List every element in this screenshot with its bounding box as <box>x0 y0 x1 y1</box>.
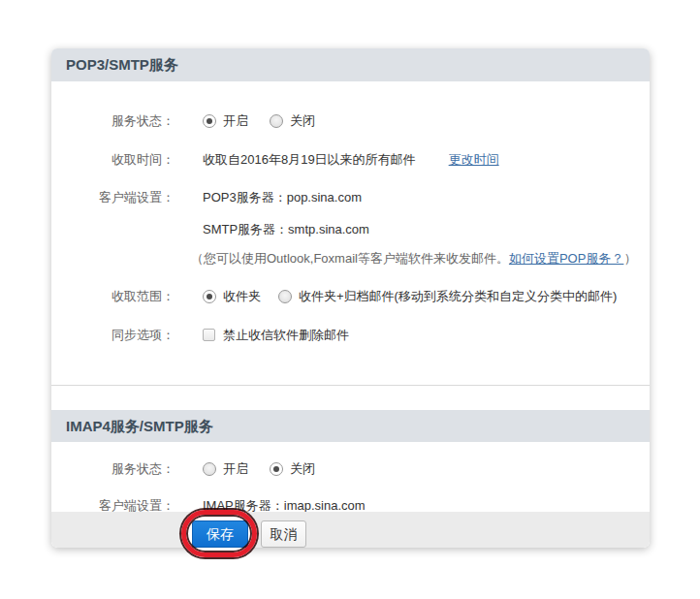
checkbox-forbid-delete-label[interactable]: 禁止收信软件删除邮件 <box>223 327 349 343</box>
save-button[interactable]: 保存 <box>192 520 248 548</box>
fetch-scope-label: 收取范围： <box>51 288 175 304</box>
radio-imap-status-on-label[interactable]: 开启 <box>223 460 248 477</box>
pop3-server-value: POP3服务器：pop.sina.com <box>203 189 362 205</box>
section-header-imap: IMAP4服务/SMTP服务 <box>51 410 650 442</box>
sync-options-label: 同步选项： <box>51 327 175 343</box>
section-divider <box>51 385 650 386</box>
settings-panel: POP3/SMTP服务 服务状态： 开启 关闭 收取时间： 收取自2016年8月… <box>51 48 650 548</box>
change-time-link[interactable]: 更改时间 <box>449 151 499 168</box>
radio-imap-status-on[interactable] <box>203 462 216 476</box>
radio-scope-inbox-archive[interactable] <box>278 290 292 303</box>
service-status-label: 服务状态： <box>51 112 175 129</box>
radio-scope-inbox[interactable] <box>203 290 216 303</box>
pop3-section-title: POP3/SMTP服务 <box>66 56 178 73</box>
client-settings-label: 客户端设置： <box>51 189 175 205</box>
footer-action-bar <box>51 512 650 548</box>
fetch-time-value: 收取自2016年8月19日以来的所有邮件 <box>203 151 416 168</box>
row-client-note: （您可以使用Outlook,Foxmail等客户端软件来收发邮件。 如何设置PO… <box>51 250 650 268</box>
row-sync-options: 同步选项： 禁止收信软件删除邮件 <box>51 327 650 344</box>
pop-setup-help-link[interactable]: 如何设置POP服务？ <box>509 250 623 267</box>
radio-pop3-status-on[interactable] <box>203 114 216 128</box>
radio-pop3-status-on-label[interactable]: 开启 <box>223 112 248 129</box>
client-note-text: （您可以使用Outlook,Foxmail等客户端软件来收发邮件。 <box>191 250 509 267</box>
client-note-suffix: ） <box>623 250 636 267</box>
imap-section-title: IMAP4服务/SMTP服务 <box>66 418 213 434</box>
radio-imap-status-off-label[interactable]: 关闭 <box>290 460 315 477</box>
smtp-server-value: SMTP服务器：smtp.sina.com <box>203 221 369 237</box>
row-fetch-scope: 收取范围： 收件夹 收件夹+归档邮件(移动到系统分类和自定义分类中的邮件) <box>51 288 650 305</box>
row-smtp-server: SMTP服务器：smtp.sina.com <box>51 221 650 238</box>
row-imap-service-status: 服务状态： 开启 关闭 <box>51 460 650 478</box>
imap-service-status-label: 服务状态： <box>51 460 175 477</box>
checkbox-forbid-delete[interactable] <box>203 329 215 341</box>
section-header-pop3: POP3/SMTP服务 <box>51 48 650 81</box>
row-client-settings-pop3: 客户端设置： POP3服务器：pop.sina.com <box>51 189 650 206</box>
row-pop3-service-status: 服务状态： 开启 关闭 <box>51 112 650 130</box>
cancel-button[interactable]: 取消 <box>261 520 306 548</box>
radio-pop3-status-off-label[interactable]: 关闭 <box>290 112 315 129</box>
radio-imap-status-off[interactable] <box>270 462 283 476</box>
radio-scope-inbox-label[interactable]: 收件夹 <box>223 288 261 304</box>
row-fetch-time: 收取时间： 收取自2016年8月19日以来的所有邮件 更改时间 <box>51 151 650 169</box>
radio-scope-inbox-archive-label[interactable]: 收件夹+归档邮件(移动到系统分类和自定义分类中的邮件) <box>299 288 617 304</box>
mail-settings-page: POP3/SMTP服务 服务状态： 开启 关闭 收取时间： 收取自2016年8月… <box>0 0 700 599</box>
radio-pop3-status-off[interactable] <box>270 114 283 128</box>
fetch-time-label: 收取时间： <box>51 151 175 168</box>
